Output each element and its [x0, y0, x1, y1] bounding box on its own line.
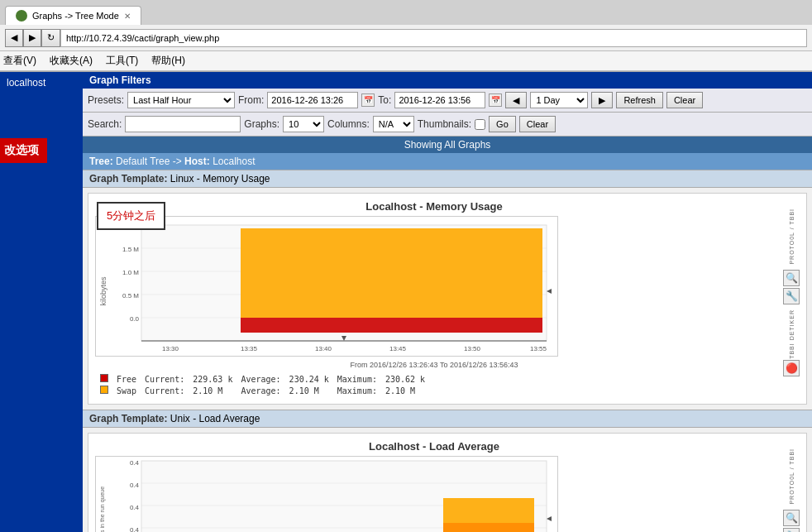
svg-text:0.4: 0.4 [130, 504, 140, 511]
svg-text:0.4: 0.4 [130, 459, 140, 467]
nav-item-tools[interactable]: 工具(T) [106, 54, 138, 68]
nav-item-view[interactable]: 查看(V) [3, 54, 36, 68]
svg-text:0.4: 0.4 [130, 482, 140, 489]
breadcrumb-tree-link[interactable]: Default Tree [116, 156, 170, 167]
legend-swap-max: 2.10 M [382, 386, 428, 395]
annotation-box: 改选项 [0, 138, 47, 163]
legend-free-color [100, 374, 108, 382]
active-tab[interactable]: Graphs -> Tree Mode ✕ [5, 6, 141, 25]
from-input[interactable] [267, 92, 358, 108]
legend-swap-current-label: Current: [141, 386, 188, 395]
svg-text:ocesses in the run queue: ocesses in the run queue [99, 486, 106, 532]
svg-text:13:50: 13:50 [464, 345, 481, 352]
forward-button[interactable]: ▶ [23, 29, 41, 47]
graph-filters-header: Graph Filters [83, 72, 812, 89]
period-select[interactable]: 1 Day [530, 92, 588, 108]
arrow-left-button[interactable]: ◀ [505, 92, 527, 108]
filter-row-2: Search: Graphs: 10 Columns: N/A Thumbnai… [83, 113, 812, 137]
showing-bar: Showing All Graphs [83, 137, 812, 153]
graph2-icon-zoom[interactable]: 🔍 [783, 510, 800, 526]
svg-text:0.4: 0.4 [130, 526, 140, 532]
svg-text:13:40: 13:40 [315, 345, 332, 352]
breadcrumb-tree-label: Tree: [89, 156, 113, 167]
nav-item-favorites[interactable]: 收藏夹(A) [50, 54, 93, 68]
svg-rect-34 [443, 523, 534, 532]
search-label: Search: [88, 118, 122, 130]
legend-free-avg: 230.24 k [286, 374, 332, 384]
legend-free-max: 230.62 k [382, 374, 428, 384]
graphs-select[interactable]: 10 [283, 116, 324, 132]
address-input[interactable] [60, 29, 807, 47]
columns-label: Columns: [327, 118, 370, 130]
legend-swap-name: Swap [113, 386, 140, 395]
svg-text:0.5 M: 0.5 M [122, 292, 139, 300]
svg-rect-12 [241, 318, 542, 333]
nav-item-help[interactable]: 帮助(H) [151, 54, 185, 68]
legend-swap-avg-label: Average: [237, 386, 284, 395]
search-input[interactable] [125, 116, 241, 132]
graph-2-area: Localhost - Load Average ocesses in the … [95, 440, 773, 532]
graph2-icon-settings[interactable]: 🔧 [783, 528, 800, 532]
svg-text:kilobytes: kilobytes [99, 276, 107, 306]
side-label-1a: PROTO0L / TBBI [789, 208, 795, 265]
svg-text:0.0: 0.0 [130, 315, 140, 323]
graph-1-area: Localhost - Memory Usage kilobytes 2.0 M… [95, 200, 773, 397]
tab-favicon [16, 10, 27, 22]
svg-text:13:35: 13:35 [241, 345, 258, 352]
svg-rect-11 [241, 228, 542, 318]
svg-text:1.5 M: 1.5 M [122, 246, 139, 253]
legend-swap-color [100, 386, 108, 394]
svg-marker-13 [547, 289, 552, 294]
side-icons-1: PROTO0L / TBBI 🔍 🔧 TBBI DETIKER 🔴 [783, 200, 800, 397]
graph-icon-settings[interactable]: 🔧 [783, 288, 800, 304]
legend-free-name: Free [113, 374, 140, 384]
go-button[interactable]: Go [489, 116, 516, 132]
clear-button-1[interactable]: Clear [666, 92, 703, 108]
legend-free-current-label: Current: [141, 374, 188, 384]
refresh-button[interactable]: Refresh [616, 92, 663, 108]
from-calendar-icon[interactable]: 📅 [361, 93, 375, 107]
graph-2-container: Localhost - Load Average ocesses in the … [88, 433, 807, 532]
refresh-button[interactable]: ↻ [41, 29, 60, 47]
svg-text:13:45: 13:45 [389, 345, 407, 352]
from-label: From: [238, 94, 264, 106]
svg-text:13:55: 13:55 [530, 345, 547, 352]
breadcrumb-host-label: Host: [184, 156, 210, 167]
clear-button-2[interactable]: Clear [519, 116, 556, 132]
to-calendar-icon[interactable]: 📅 [489, 93, 502, 107]
sidebar: localhost 改选项 [0, 72, 83, 532]
legend-swap-current: 2.10 M [189, 386, 236, 395]
side-icons-2: PROTO0L / TBBI 🔍 🔧 TBBI DETIKER 🔴 [783, 440, 800, 532]
to-input[interactable] [394, 92, 485, 108]
annotation-note: 5分钟之后 [97, 202, 165, 230]
svg-text:13:30: 13:30 [162, 345, 179, 352]
graph-icon-zoom[interactable]: 🔍 [783, 270, 800, 286]
back-button[interactable]: ◀ [5, 29, 23, 47]
graph-template-1-header: Graph Template: Linux - Memory Usage [83, 170, 812, 188]
arrow-right-button[interactable]: ▶ [591, 92, 613, 108]
thumbnails-label: Thumbnails: [418, 118, 471, 130]
svg-marker-36 [547, 516, 552, 521]
legend-swap-avg: 2.10 M [286, 386, 332, 395]
graph-template-2-name: Unix - Load Average [170, 413, 260, 424]
legend-free-max-label: Maximum: [334, 374, 380, 384]
load-average-chart: ocesses in the run queue 0.4 0.4 0.4 0.4… [95, 456, 558, 532]
columns-select[interactable]: N/A [373, 116, 414, 132]
tab-bar: Graphs -> Tree Mode ✕ [0, 0, 812, 25]
legend-swap-max-label: Maximum: [334, 386, 380, 395]
sidebar-item-localhost[interactable]: localhost [0, 72, 83, 93]
nav-bar: 查看(V) 收藏夹(A) 工具(T) 帮助(H) [0, 51, 812, 71]
presets-select[interactable]: Last Half Hour [127, 92, 235, 108]
graph-icon-delete[interactable]: 🔴 [783, 360, 800, 376]
thumbnails-checkbox[interactable] [475, 119, 485, 130]
graph-1-container: 5分钟之后 Localhost - Memory Usage kilobytes… [88, 193, 807, 405]
side-label-2a: PROTO0L / TBBI [789, 448, 795, 505]
tab-close-button[interactable]: ✕ [124, 12, 131, 21]
main-layout: localhost 改选项 Graph Filters Presets: Las… [0, 72, 812, 532]
breadcrumb-host-value: Localhost [213, 156, 255, 167]
breadcrumb-arrow: -> [173, 156, 182, 167]
legend-free-current: 229.63 k [189, 374, 236, 384]
graph-template-2-label: Graph Template: [89, 413, 167, 424]
legend-free-avg-label: Average: [237, 374, 284, 384]
content-area: Graph Filters Presets: Last Half Hour Fr… [83, 72, 812, 532]
